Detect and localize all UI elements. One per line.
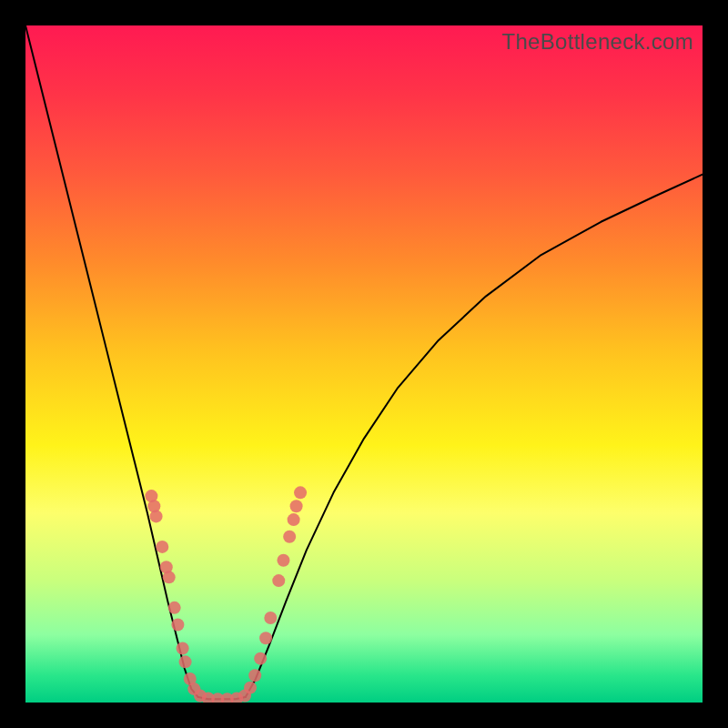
- data-dot: [254, 652, 267, 665]
- data-dot: [277, 554, 289, 567]
- dots-group: [145, 486, 307, 703]
- curve-group: [25, 25, 703, 699]
- plot-area: TheBottleneck.com: [25, 25, 703, 703]
- data-dot: [163, 571, 176, 583]
- data-dot: [156, 541, 168, 553]
- curve-overlay: [25, 25, 703, 703]
- data-dot: [248, 669, 261, 682]
- data-dot: [272, 574, 285, 587]
- data-dot: [288, 513, 300, 526]
- data-dot: [264, 612, 277, 624]
- data-dot: [244, 682, 257, 694]
- data-dot: [177, 642, 189, 654]
- data-dot: [168, 602, 181, 614]
- data-dot: [179, 655, 192, 668]
- curve-right-curve: [246, 175, 703, 697]
- data-dot: [150, 510, 163, 522]
- data-dot: [294, 486, 307, 499]
- chart-frame: TheBottleneck.com: [0, 0, 728, 728]
- data-dot: [283, 531, 296, 543]
- data-dot: [290, 500, 303, 512]
- data-dot: [171, 618, 184, 631]
- data-dot: [259, 632, 272, 644]
- curve-left-curve: [25, 25, 198, 697]
